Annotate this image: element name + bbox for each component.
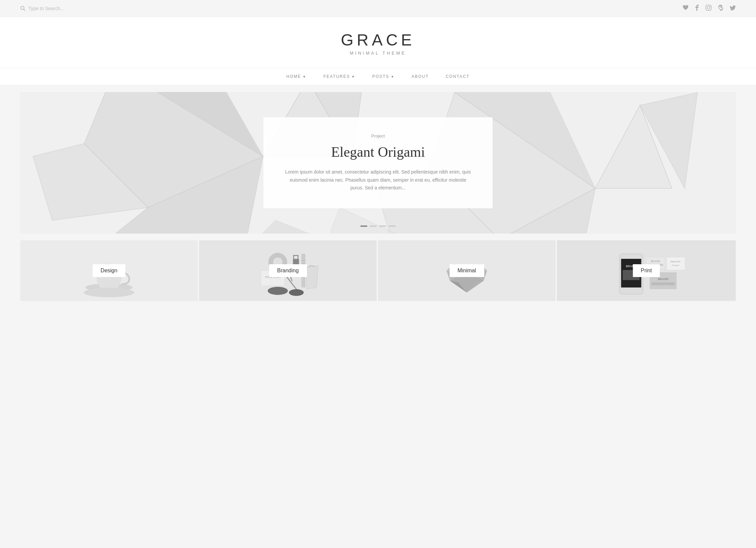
hero-excerpt: Lorem ipsum dolor sit amet, consectetur … <box>284 168 472 192</box>
svg-point-0 <box>21 6 24 10</box>
nav-item-home[interactable]: HOME ▼ <box>286 74 307 79</box>
instagram-icon[interactable] <box>705 5 712 12</box>
svg-rect-2 <box>706 5 711 10</box>
hero-content-card: Project Elegant Origami Lorem ipsum dolo… <box>263 117 493 208</box>
twitter-icon[interactable] <box>730 5 736 12</box>
heart-icon[interactable] <box>683 5 689 12</box>
slider-dot-4[interactable] <box>389 225 396 227</box>
portfolio-label-minimal: Minimal <box>449 264 484 277</box>
svg-point-21 <box>84 288 134 297</box>
svg-rect-60 <box>667 257 685 270</box>
portfolio-label-branding: Branding <box>269 264 307 277</box>
nav-label-posts: POSTS <box>372 74 389 79</box>
svg-text:Designer: Designer <box>672 264 680 266</box>
portfolio-label-print: Print <box>633 264 660 277</box>
svg-point-35 <box>268 287 288 295</box>
site-header: GRACE MINIMAL THEME <box>0 17 756 68</box>
slider-dot-2[interactable] <box>370 225 377 227</box>
top-bar <box>0 0 756 17</box>
nav-item-posts[interactable]: POSTS ▼ <box>372 74 395 79</box>
svg-point-36 <box>289 289 304 296</box>
nav-label-home: HOME <box>286 74 301 79</box>
hero-section: Project Elegant Origami Lorem ipsum dolo… <box>20 92 736 234</box>
portfolio-label-design: Design <box>93 264 126 277</box>
nav-label-about: ABOUT <box>412 74 429 79</box>
main-nav: HOME ▼ FEATURES ▼ POSTS ▼ ABOUT CONTACT <box>0 68 756 85</box>
search-input[interactable] <box>28 6 82 11</box>
chevron-down-icon: ▼ <box>351 75 355 79</box>
site-subtitle: MINIMAL THEME <box>7 51 749 56</box>
slider-dots <box>360 225 396 227</box>
facebook-icon[interactable] <box>695 5 699 12</box>
nav-label-features: FEATURES <box>323 74 350 79</box>
svg-point-4 <box>710 6 711 7</box>
portfolio-grid: Design YOUR LOGO <box>20 240 736 301</box>
slider-dot-1[interactable] <box>360 225 367 227</box>
search-icon <box>20 6 26 11</box>
portfolio-item-branding[interactable]: YOUR LOGO Branding <box>199 240 378 301</box>
search-area[interactable] <box>20 6 82 11</box>
social-icons <box>683 5 736 12</box>
portfolio-item-print[interactable]: BRAND BRAND BRAND Emma Est. Designer Pri… <box>557 240 736 301</box>
nav-item-about[interactable]: ABOUT <box>412 74 429 79</box>
hero-title: Elegant Origami <box>284 144 472 160</box>
chevron-down-icon: ▼ <box>303 75 307 79</box>
svg-point-3 <box>707 6 710 9</box>
slider-dot-3[interactable] <box>379 225 386 227</box>
nav-item-features[interactable]: FEATURES ▼ <box>323 74 355 79</box>
nav-label-contact: CONTACT <box>446 74 470 79</box>
nav-item-contact[interactable]: CONTACT <box>446 74 470 79</box>
svg-text:BRAND: BRAND <box>651 260 660 263</box>
svg-line-1 <box>24 9 26 11</box>
svg-rect-59 <box>652 282 675 285</box>
portfolio-item-design[interactable]: Design <box>20 240 199 301</box>
chevron-down-icon: ▼ <box>391 75 395 79</box>
hero-category: Project <box>284 133 472 139</box>
portfolio-item-minimal[interactable]: Minimal <box>378 240 557 301</box>
pinterest-icon[interactable] <box>718 5 723 12</box>
svg-text:Emma Est.: Emma Est. <box>670 260 681 263</box>
svg-text:BRAND: BRAND <box>658 277 669 281</box>
site-title: GRACE <box>7 31 749 49</box>
